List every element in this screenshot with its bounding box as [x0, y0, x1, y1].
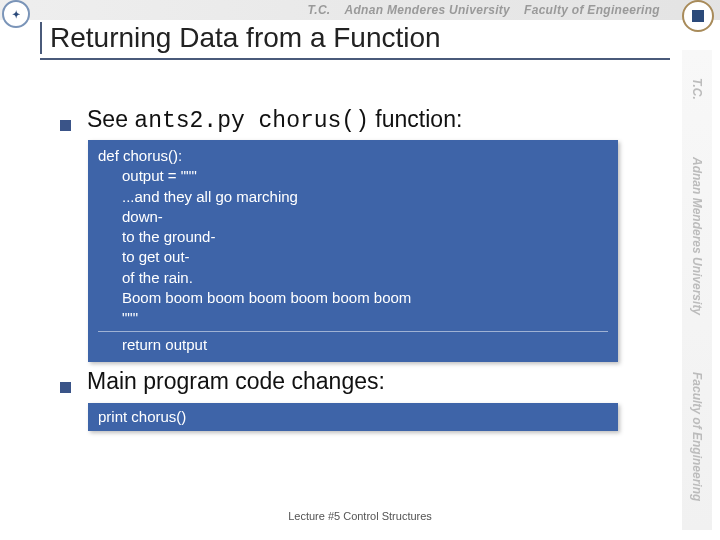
header-fac: Faculty of Engineering [524, 3, 660, 17]
side-fac: Faculty of Engineering [690, 366, 704, 507]
c1-l3: ...and they all go marching [98, 187, 608, 207]
bullet-row-2: Main program code changes: [60, 368, 640, 395]
bullet-icon [60, 382, 71, 393]
c1-l8: Boom boom boom boom boom boom boom [98, 288, 608, 308]
b1-code1: ants2.py [134, 108, 244, 134]
header-tc: T.C. [308, 3, 331, 17]
page-title: Returning Data from a Function [50, 22, 670, 54]
side-tc: T.C. [690, 72, 704, 106]
c1-l4: down- [98, 207, 608, 227]
footer-text: Lecture #5 Control Structures [0, 510, 720, 522]
bullet-2-text: Main program code changes: [87, 368, 385, 395]
bullet-icon [60, 120, 71, 131]
b1-post: function: [369, 106, 462, 132]
code-block-2: print chorus() [88, 403, 618, 431]
c1-l5: to the ground- [98, 227, 608, 247]
c1-l1: def chorus(): [98, 146, 608, 166]
c2-l1: print chorus() [98, 407, 608, 427]
c1-l7: of the rain. [98, 268, 608, 288]
b1-pre: See [87, 106, 134, 132]
content-area: See ants2.py chorus() function: def chor… [60, 100, 640, 431]
b1-code2: chorus() [245, 108, 369, 134]
bullet-row-1: See ants2.py chorus() function: [60, 106, 640, 134]
side-strip: T.C. Adnan Menderes University Faculty o… [682, 50, 712, 530]
divider-icon [98, 331, 608, 332]
logo-right [682, 0, 714, 32]
title-bar: Returning Data from a Function [40, 22, 670, 60]
header-strip: T.C. Adnan Menderes University Faculty o… [0, 0, 720, 20]
logo-left: ✦ [2, 0, 34, 42]
c1-l6: to get out- [98, 247, 608, 267]
crest-icon [692, 10, 704, 22]
c1-l10: return output [98, 335, 608, 355]
shield-icon: ✦ [2, 0, 30, 28]
title-inner: Returning Data from a Function [40, 22, 670, 54]
header-univ: Adnan Menderes University [345, 3, 511, 17]
c1-l9: """ [98, 308, 608, 328]
side-univ: Adnan Menderes University [690, 151, 704, 321]
code-block-1: def chorus(): output = """ ...and they a… [88, 140, 618, 362]
c1-l2: output = """ [98, 166, 608, 186]
bullet-1-text: See ants2.py chorus() function: [87, 106, 462, 134]
